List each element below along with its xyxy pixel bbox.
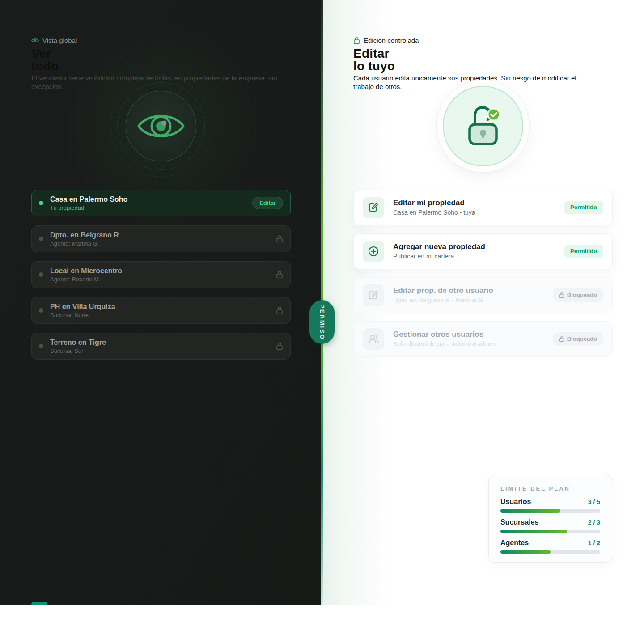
permiso-label: PERMISO xyxy=(319,304,326,340)
edit-icon xyxy=(363,284,384,306)
progress-track xyxy=(500,530,600,533)
permission-card-editar-mi-propiedad[interactable]: Editar mi propiedad Casa en Palermo Soho… xyxy=(353,190,613,225)
property-row-microcentro[interactable]: Local en Microcentro Agente: Roberto M. xyxy=(31,261,291,288)
vista-global-label: Vista global xyxy=(42,37,77,44)
progress-track xyxy=(500,509,600,513)
permission-subtitle: Publicar en mi cartera xyxy=(393,253,564,260)
permissions-comparison-screen: Vista global Ver todo El vendedor tiene … xyxy=(0,0,644,605)
progress-track xyxy=(500,550,600,554)
plan-row-sucursales: Sucursales 2 / 3 xyxy=(500,518,600,533)
permission-card-gestionar-usuarios: Gestionar otros usuarios Solo disponible… xyxy=(353,321,613,357)
plan-label: Agentes xyxy=(500,538,529,547)
lock-icon xyxy=(276,342,283,350)
property-row-villa-urquiza[interactable]: PH en Villa Urquiza Sucursal Norte xyxy=(31,297,291,324)
edicion-controlada-badge: Edicion controlada xyxy=(353,36,610,44)
left-title: Ver todo xyxy=(31,47,288,72)
permission-card-editar-otro-usuario: Editar prop. de otro usuario Dpto. en Be… xyxy=(353,277,613,313)
plan-label: Usuarios xyxy=(500,497,531,506)
plus-circle-icon xyxy=(363,241,384,262)
permitido-badge: Permitido xyxy=(564,201,603,214)
property-title: Dpto. en Belgrano R xyxy=(50,231,276,239)
lock-illustration xyxy=(436,80,530,173)
open-lock-icon xyxy=(460,103,506,149)
permission-title: Editar mi propiedad xyxy=(393,199,564,208)
property-row-tigre[interactable]: Terreno en Tigre Sucursal Sur xyxy=(31,333,291,360)
cutoff-pill xyxy=(31,602,47,605)
edit-icon xyxy=(363,197,384,218)
editar-button[interactable]: Editar xyxy=(252,197,283,209)
permission-title: Editar prop. de otro usuario xyxy=(393,286,553,295)
lock-core xyxy=(443,86,523,166)
plan-limits-card: LIMITE DEL PLAN Usuarios 3 / 5 Sucursale… xyxy=(488,475,612,563)
permission-list: Editar mi propiedad Casa en Palermo Soho… xyxy=(353,190,613,357)
permission-title: Agregar nueva propiedad xyxy=(393,242,564,251)
plan-value: 3 / 5 xyxy=(588,498,600,505)
plan-row-agentes: Agentes 1 / 2 xyxy=(500,538,600,554)
bloqueado-badge: Bloqueado xyxy=(553,332,603,346)
plan-limits-title: LIMITE DEL PLAN xyxy=(500,485,600,492)
progress-fill xyxy=(500,530,567,533)
right-title: Editar lo tuyo xyxy=(353,47,610,72)
status-dot xyxy=(39,201,43,205)
status-dot xyxy=(39,344,43,348)
eye-icon xyxy=(31,38,39,43)
property-subtitle: Agente: Roberto M. xyxy=(50,276,276,283)
edicion-controlada-label: Edicion controlada xyxy=(364,37,419,44)
property-title: Casa en Palermo Soho xyxy=(50,195,252,203)
vista-global-badge: Vista global xyxy=(31,36,288,44)
lock-icon xyxy=(276,235,283,243)
permission-card-agregar-propiedad[interactable]: Agregar nueva propiedad Publicar en mi c… xyxy=(353,233,613,269)
status-dot xyxy=(39,237,43,241)
status-dot xyxy=(39,272,43,277)
status-dot xyxy=(39,308,43,313)
permiso-pill: PERMISO xyxy=(309,300,335,344)
progress-fill xyxy=(500,550,551,554)
permitido-badge: Permitido xyxy=(564,245,603,258)
property-subtitle: Tu propiedad xyxy=(50,204,252,212)
lock-icon xyxy=(353,37,360,44)
lock-icon xyxy=(559,336,564,342)
property-title: PH en Villa Urquiza xyxy=(50,302,276,311)
property-title: Terreno en Tigre xyxy=(50,338,276,347)
permission-title: Gestionar otros usuarios xyxy=(393,330,553,339)
vista-global-panel: Vista global Ver todo El vendedor tiene … xyxy=(0,0,322,605)
eye-illustration xyxy=(110,75,212,177)
property-row-belgrano[interactable]: Dpto. en Belgrano R Agente: Martina G. xyxy=(31,225,291,252)
permission-subtitle: Solo disponible para Administradores xyxy=(393,340,553,348)
property-list: Casa en Palermo Soho Tu propiedad Editar… xyxy=(31,190,291,360)
property-subtitle: Sucursal Norte xyxy=(50,312,276,319)
plan-row-usuarios: Usuarios 3 / 5 xyxy=(500,497,600,513)
property-row-casa-palermo[interactable]: Casa en Palermo Soho Tu propiedad Editar xyxy=(31,190,291,216)
plan-value: 2 / 3 xyxy=(588,519,600,526)
eye-core xyxy=(126,91,196,161)
big-eye-icon xyxy=(136,107,186,145)
lock-icon xyxy=(276,306,283,314)
eye-ring xyxy=(117,82,205,170)
users-icon xyxy=(363,328,384,350)
permission-subtitle: Dpto. en Belgrano R - Martina G. xyxy=(393,297,553,304)
progress-fill xyxy=(500,509,560,513)
property-subtitle: Agente: Martina G. xyxy=(50,240,276,247)
lock-icon xyxy=(276,271,283,279)
bloqueado-badge: Bloqueado xyxy=(553,288,603,302)
plan-value: 1 / 2 xyxy=(588,539,600,547)
lock-icon xyxy=(559,292,564,298)
plan-label: Sucursales xyxy=(500,518,538,526)
property-title: Local en Microcentro xyxy=(50,267,276,275)
property-subtitle: Sucursal Sur xyxy=(50,347,276,355)
permission-subtitle: Casa en Palermo Soho - tuya xyxy=(393,209,564,216)
